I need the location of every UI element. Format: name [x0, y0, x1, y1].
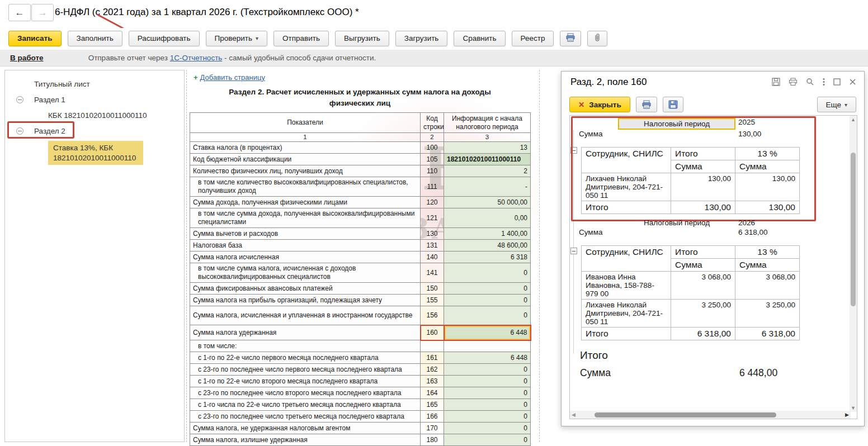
row-label[interactable]: Количество физических лиц, получивших до…	[190, 165, 421, 177]
row-label[interactable]: Ставка налога (в процентах)	[190, 142, 421, 154]
scroll-up-icon[interactable]: ▲	[850, 117, 857, 122]
row-code[interactable]: 162	[421, 364, 444, 376]
row-code[interactable]: 160	[421, 325, 444, 340]
row-code[interactable]: 166	[421, 411, 444, 423]
sidebar-item[interactable]: Ставка 13%, КБК 18210102010011000110	[5, 139, 184, 167]
row-code[interactable]: 163	[421, 376, 444, 387]
row-value[interactable]: 0	[444, 434, 531, 446]
horizontal-scrollbar[interactable]: ◀ ▶	[570, 411, 851, 419]
row-value[interactable]	[444, 340, 531, 352]
row-label[interactable]: с 1-го по 22-е число первого месяца посл…	[190, 352, 421, 364]
row-code[interactable]: 170	[421, 423, 444, 434]
row-value[interactable]: 1 400,00	[444, 228, 531, 240]
row-value[interactable]: -	[444, 177, 531, 197]
more-button[interactable]: Еще▾	[817, 97, 857, 112]
row-label[interactable]: в том числе сумма дохода, полученная выс…	[190, 208, 421, 228]
toolbar-button-Проверить[interactable]: Проверить▾	[206, 31, 268, 46]
row-label[interactable]: Сумма вычетов и расходов	[190, 228, 421, 240]
row-code[interactable]	[421, 340, 444, 352]
vertical-scrollbar[interactable]: ▲ ▼	[850, 116, 857, 412]
employee-rate-sum[interactable]: 3 068,00	[735, 272, 800, 300]
collapse-icon[interactable]	[16, 127, 23, 135]
row-value[interactable]: 6 448	[444, 352, 531, 364]
close-button[interactable]: ✕ Закрыть	[569, 97, 630, 112]
row-code[interactable]: 131	[421, 240, 444, 252]
period-label[interactable]: Налоговый период	[618, 118, 735, 130]
row-value[interactable]: 13	[444, 142, 531, 154]
collapse-icon[interactable]	[570, 248, 577, 254]
row-value[interactable]: 0	[444, 295, 531, 306]
row-code[interactable]: 165	[421, 399, 444, 411]
scrollbar-thumb[interactable]	[851, 153, 856, 306]
add-page-link[interactable]: +Добавить страницу	[194, 73, 265, 82]
row-value[interactable]: 0	[444, 376, 531, 387]
row-code[interactable]: 110	[421, 165, 444, 177]
row-value[interactable]: 0	[444, 306, 531, 325]
row-label[interactable]: с 23-го по последнее число первого месяц…	[190, 364, 421, 376]
toolbar-button-Выгрузить[interactable]: Выгрузить	[335, 31, 389, 46]
scroll-right-icon[interactable]: ▶	[845, 412, 849, 417]
employee-total[interactable]: 3 250,00	[671, 300, 735, 328]
scroll-down-icon[interactable]: ▼	[850, 405, 857, 411]
row-code[interactable]: 141	[421, 263, 444, 283]
toolbar-button-Реестр[interactable]: Реестр	[512, 31, 554, 46]
row-code[interactable]: 164	[421, 387, 444, 399]
row-label[interactable]: Сумма налога, излишне удержанная	[190, 434, 421, 446]
row-code[interactable]: 140	[421, 252, 444, 263]
employee-rate-sum[interactable]: 3 250,00	[735, 300, 800, 328]
row-value[interactable]: 48 600,00	[444, 240, 531, 252]
row-label[interactable]: Сумма налога, исчисленная и уплаченная в…	[190, 306, 421, 325]
employee-name[interactable]: Иванова Инна Ивановна, 158-788-979 00	[582, 272, 671, 300]
row-label[interactable]: с 23-го по последнее число второго месяц…	[190, 387, 421, 399]
row-label[interactable]: с 1-го числа по 22-е число третьего меся…	[190, 399, 421, 411]
close-icon[interactable]	[849, 78, 856, 86]
row-value[interactable]: 0	[444, 423, 531, 434]
row-value[interactable]: 50 000,00	[444, 197, 531, 208]
row-label[interactable]: Сумма налога исчисленная	[190, 252, 421, 263]
row-label[interactable]: в том числе сумма налога, исчисленная с …	[190, 263, 421, 283]
row-code[interactable]: 161	[421, 352, 444, 364]
row-value[interactable]: 0	[444, 399, 531, 411]
row-value[interactable]: 6 318	[444, 252, 531, 263]
row-label[interactable]: Сумма налога, не удержанная налоговым аг…	[190, 423, 421, 434]
forward-icon[interactable]: →	[31, 4, 54, 21]
scrollbar-thumb[interactable]	[595, 412, 776, 417]
search-icon[interactable]	[806, 78, 814, 86]
toolbar-button-Отправить[interactable]: Отправить	[273, 31, 329, 46]
row-label[interactable]: Сумма налога удержанная	[190, 325, 421, 340]
row-label[interactable]: Код бюджетной классификации	[190, 154, 421, 165]
employee-name[interactable]: Лихачев Николай Дмитриевич, 204-721-050 …	[582, 173, 671, 201]
employee-total[interactable]: 130,00	[671, 173, 735, 201]
row-label[interactable]: в том числе:	[190, 340, 421, 352]
sidebar-item[interactable]: Раздел 1	[5, 92, 184, 107]
employee-rate-sum[interactable]: 130,00	[735, 173, 800, 201]
row-value[interactable]: 0	[444, 387, 531, 399]
toolbar-button-Записать[interactable]: Записать	[8, 31, 62, 46]
row-code[interactable]: 156	[421, 306, 444, 325]
period-label[interactable]: Налоговый период	[618, 219, 735, 227]
employee-total[interactable]: 3 068,00	[671, 272, 735, 300]
period-value[interactable]: 2025	[738, 118, 755, 126]
toolbar-button-Загрузить[interactable]: Загрузить	[395, 31, 448, 46]
maximize-icon[interactable]	[833, 78, 841, 86]
row-code[interactable]: 180	[421, 434, 444, 446]
more-dots-icon[interactable]	[823, 78, 825, 86]
save-icon[interactable]	[772, 78, 780, 86]
collapse-icon[interactable]	[570, 147, 577, 154]
row-value[interactable]: 0	[444, 283, 531, 295]
sidebar-item[interactable]: КБК 18210102010011000110	[5, 107, 184, 123]
print-button[interactable]	[560, 31, 581, 46]
row-value[interactable]: 0	[444, 263, 531, 283]
reporting-service-link[interactable]: 1С-Отчетность	[170, 54, 223, 62]
row-value[interactable]: 18210102010011000110	[444, 154, 531, 165]
employee-name[interactable]: Лихачев Николай Дмитриевич, 204-721-050 …	[582, 300, 671, 328]
sidebar-item[interactable]: Титульный лист	[5, 76, 184, 92]
row-code[interactable]: 150	[421, 283, 444, 295]
print-icon[interactable]	[789, 78, 798, 86]
row-code[interactable]: 121	[421, 208, 444, 228]
row-code[interactable]: 130	[421, 228, 444, 240]
period-value[interactable]: 2026	[738, 219, 755, 227]
paperclip-button[interactable]	[587, 31, 607, 46]
row-code[interactable]: 105	[421, 154, 444, 165]
row-value[interactable]: 6 448	[444, 325, 531, 340]
